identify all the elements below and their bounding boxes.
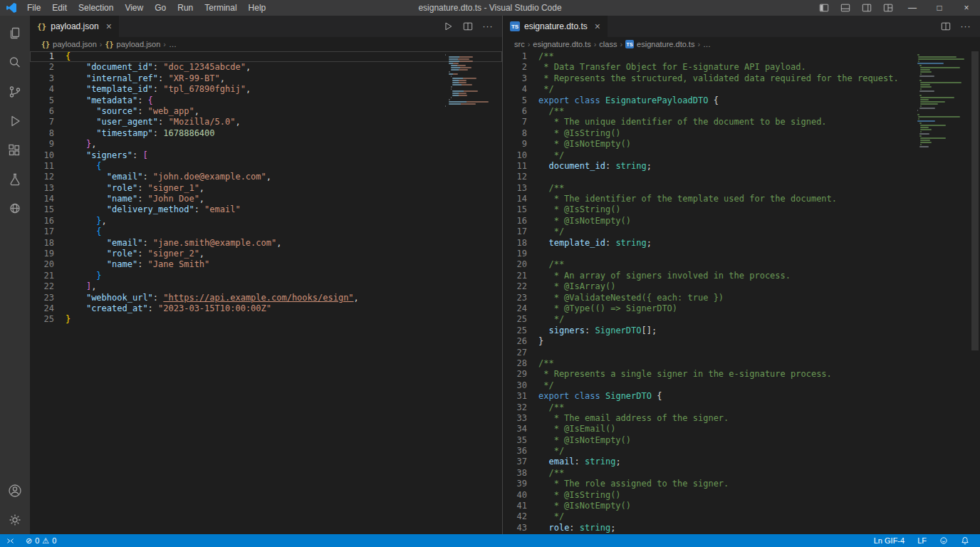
minimap[interactable] xyxy=(445,51,498,108)
code-line[interactable]: 19 "role": "signer_2", xyxy=(30,249,502,259)
code-line[interactable]: 34 * @IsEmail() xyxy=(503,424,980,434)
breadcrumb-item[interactable]: {}payload.json xyxy=(41,40,97,48)
settings-gear-icon[interactable] xyxy=(0,505,30,534)
menu-help[interactable]: Help xyxy=(243,0,272,16)
code-editor-typescript[interactable]: 1/**2 * Data Transfer Object for E-signa… xyxy=(503,51,980,534)
toggle-primary-sidebar-icon[interactable] xyxy=(813,0,835,16)
run-and-debug-icon[interactable] xyxy=(0,106,30,135)
code-line[interactable]: 12 "email": "john.doe@example.com", xyxy=(30,172,502,182)
menu-file[interactable]: File xyxy=(21,0,46,16)
code-line[interactable]: 1{ xyxy=(30,51,502,62)
minimize-button[interactable]: — xyxy=(899,0,926,16)
code-line[interactable]: 32 /** xyxy=(503,402,980,413)
maximize-button[interactable]: □ xyxy=(926,0,953,16)
close-button[interactable]: × xyxy=(953,0,980,16)
remote-explorer-icon[interactable] xyxy=(0,194,30,223)
testing-icon[interactable] xyxy=(0,165,30,194)
tab-esignature-dto-ts[interactable]: TS esignature.dto.ts × xyxy=(503,16,608,37)
tab-close-icon[interactable]: × xyxy=(595,21,600,31)
code-line[interactable]: 25} xyxy=(30,314,502,325)
code-line[interactable]: 22 * @IsArray() xyxy=(503,281,980,292)
code-line[interactable]: 27 xyxy=(503,348,980,358)
code-line[interactable]: 13 /** xyxy=(503,183,980,194)
code-line[interactable]: 4 "template_id": "tpl_67890fghij", xyxy=(30,84,502,95)
code-line[interactable]: 41 * @IsNotEmpty() xyxy=(503,501,980,511)
breadcrumb-item[interactable]: class xyxy=(599,40,617,48)
code-line[interactable]: 25 signers: SignerDTO[]; xyxy=(503,325,980,336)
code-line[interactable]: 29 * Represents a single signer in the e… xyxy=(503,369,980,380)
code-line[interactable]: 17 { xyxy=(30,226,502,237)
code-line[interactable]: 26} xyxy=(503,336,980,347)
menu-edit[interactable]: Edit xyxy=(46,0,73,16)
code-line[interactable]: 39 * The role assigned to the signer. xyxy=(503,479,980,489)
code-line[interactable]: 25 */ xyxy=(503,314,980,325)
code-editor-json[interactable]: 1{2 "document_id": "doc_12345abcde",3 "i… xyxy=(30,51,502,534)
code-line[interactable]: 7 * The unique identifier of the documen… xyxy=(503,117,980,127)
code-line[interactable]: 21 * An array of signers involved in the… xyxy=(503,271,980,281)
code-line[interactable]: 10 "signers": [ xyxy=(30,150,502,161)
code-line[interactable]: 43 role: string; xyxy=(503,523,980,533)
code-line[interactable]: 2 "document_id": "doc_12345abcde", xyxy=(30,62,502,73)
extensions-icon[interactable] xyxy=(0,135,30,165)
code-line[interactable]: 20 /** xyxy=(503,259,980,270)
explorer-icon[interactable] xyxy=(0,19,30,48)
toggle-panel-icon[interactable] xyxy=(835,0,856,16)
feedback-icon[interactable] xyxy=(934,536,953,545)
code-line[interactable]: 15 "delivery_method": "email" xyxy=(30,204,502,215)
code-line[interactable]: 42 */ xyxy=(503,511,980,522)
code-line[interactable]: 30 */ xyxy=(503,380,980,391)
problems-indicator[interactable]: ⊘ 0 ⚠ 0 xyxy=(21,534,61,547)
code-line[interactable]: 20 "name": "Jane Smith" xyxy=(30,259,502,270)
code-line[interactable]: 33 * The email address of the signer. xyxy=(503,413,980,424)
code-line[interactable]: 12 xyxy=(503,172,980,182)
code-line[interactable]: 9 * @IsNotEmpty() xyxy=(503,139,980,150)
code-line[interactable]: 5export class EsignaturePayloadDTO { xyxy=(503,95,980,106)
code-line[interactable]: 21 } xyxy=(30,271,502,281)
code-line[interactable]: 17 */ xyxy=(503,226,980,237)
code-line[interactable]: 6 "source": "web_app", xyxy=(30,106,502,117)
code-line[interactable]: 24 "created_at": "2023-03-15T10:00:00Z" xyxy=(30,303,502,314)
code-line[interactable]: 14 * The identifier of the template used… xyxy=(503,194,980,204)
code-line[interactable]: 11 { xyxy=(30,161,502,172)
customize-layout-icon[interactable] xyxy=(877,0,899,16)
code-line[interactable]: 18 template_id: string; xyxy=(503,238,980,249)
source-control-icon[interactable] xyxy=(0,77,30,106)
menu-go[interactable]: Go xyxy=(149,0,172,16)
breadcrumb-item[interactable]: esignature.dto.ts xyxy=(533,40,590,48)
code-line[interactable]: 1/** xyxy=(503,51,980,62)
code-line[interactable]: 28/** xyxy=(503,358,980,369)
menu-terminal[interactable]: Terminal xyxy=(199,0,242,16)
code-line[interactable]: 16 }, xyxy=(30,216,502,226)
menu-run[interactable]: Run xyxy=(172,0,199,16)
code-line[interactable]: 23 "webhook_url": "https://api.example.c… xyxy=(30,293,502,303)
remote-indicator[interactable] xyxy=(0,534,21,547)
code-line[interactable]: 7 "user_agent": "Mozilla/5.0", xyxy=(30,117,502,127)
more-actions-icon[interactable]: ··· xyxy=(481,21,495,31)
tab-payload-json[interactable]: {} payload.json × xyxy=(30,16,120,37)
code-line[interactable]: 16 * @IsNotEmpty() xyxy=(503,216,980,226)
breadcrumb-item[interactable]: … xyxy=(703,40,711,48)
code-line[interactable]: 4 */ xyxy=(503,84,980,95)
breadcrumb-item[interactable]: {}payload.json xyxy=(105,40,161,48)
toggle-secondary-sidebar-icon[interactable] xyxy=(856,0,877,16)
split-editor-icon[interactable] xyxy=(939,21,953,31)
code-line[interactable]: 19 xyxy=(503,249,980,259)
search-icon[interactable] xyxy=(0,48,30,77)
tab-close-icon[interactable]: × xyxy=(106,21,112,31)
breadcrumb-item[interactable]: TSesignature.dto.ts xyxy=(625,40,694,48)
menu-selection[interactable]: Selection xyxy=(73,0,119,16)
code-line[interactable]: 3 * Represents the structured, validated… xyxy=(503,73,980,84)
code-line[interactable]: 24 * @Type(() => SignerDTO) xyxy=(503,303,980,314)
code-line[interactable]: 3 "internal_ref": "XR-99-BT", xyxy=(30,73,502,84)
breadcrumb-item[interactable]: … xyxy=(169,40,177,48)
code-line[interactable]: 31export class SignerDTO { xyxy=(503,391,980,402)
code-line[interactable]: 8 "timestamp": 1678886400 xyxy=(30,128,502,139)
scrollbar[interactable] xyxy=(970,51,980,534)
code-line[interactable]: 37 email: string; xyxy=(503,457,980,467)
code-line[interactable]: 8 * @IsString() xyxy=(503,128,980,139)
minimap[interactable] xyxy=(917,51,970,148)
accounts-icon[interactable] xyxy=(0,476,30,505)
code-line[interactable]: 35 * @IsNotEmpty() xyxy=(503,435,980,446)
code-line[interactable]: 40 * @IsString() xyxy=(503,490,980,501)
eol-indicator[interactable]: LF xyxy=(912,536,932,545)
